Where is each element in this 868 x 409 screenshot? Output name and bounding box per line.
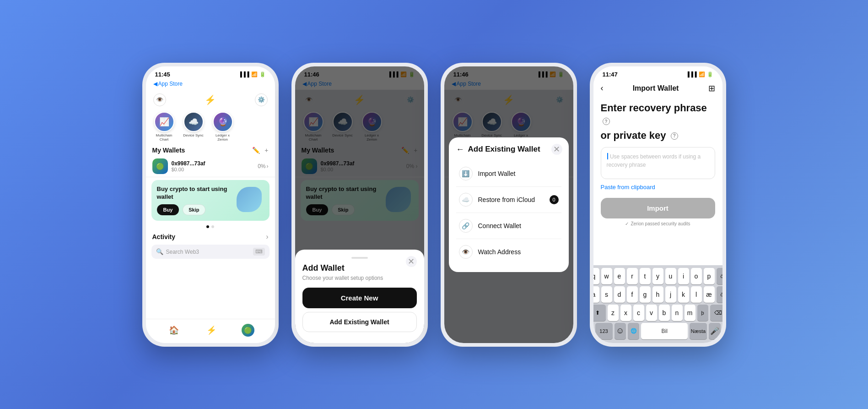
ledger-label: Ledger x Zerion	[210, 133, 236, 142]
watch-address-option[interactable]: 👁️ Watch Address	[456, 239, 561, 265]
key-space[interactable]: Bil	[641, 323, 688, 339]
key-shift[interactable]: ⬆	[593, 305, 606, 321]
existing-close-button[interactable]: ✕	[551, 144, 562, 155]
key-ae[interactable]: æ	[704, 286, 715, 303]
phones-container: 11:45 ▐▐▐ 📶 🔋 ◀ App Store 👁️ ⚡ ⚙️	[142, 63, 726, 347]
wallet-icon-device-1[interactable]: ☁️ Device Sync	[181, 112, 206, 142]
watch-address-icon: 👁️	[459, 245, 473, 259]
key-globe[interactable]: 🌐	[628, 323, 639, 339]
key-t[interactable]: t	[640, 268, 651, 284]
key-microphone[interactable]: 🎤	[709, 323, 720, 339]
key-h[interactable]: h	[652, 286, 663, 303]
key-k[interactable]: k	[678, 286, 689, 303]
key-thorn[interactable]: þ	[697, 305, 708, 321]
security-note: ✓ Zerion passed security audits	[601, 221, 715, 226]
key-backspace[interactable]: ⌫	[710, 305, 722, 321]
modal-title-2: Add Wallet	[302, 263, 417, 273]
paste-from-clipboard-button[interactable]: Paste from clipboard	[601, 184, 715, 191]
wallet-address-1: 0x9987...73af	[172, 160, 258, 167]
phone-4: 11:47 ▐▐▐ 📶 🔋 ‹ Import Wallet ⊞ Enter re…	[590, 63, 726, 347]
signal-icon-1: ▐▐▐	[238, 71, 249, 77]
phone-header-1: 👁️ ⚡ ⚙️	[146, 90, 275, 110]
import-back-button[interactable]: ‹	[601, 83, 604, 93]
device-sync-label: Device Sync	[183, 133, 203, 138]
activity-more-1[interactable]: ›	[266, 233, 268, 241]
key-u[interactable]: u	[665, 268, 676, 284]
nav-avatar-1[interactable]: 🟢	[242, 324, 254, 337]
key-s[interactable]: s	[601, 286, 612, 303]
nav-home-1[interactable]: 🏠	[167, 323, 181, 338]
existing-back-button[interactable]: ←	[456, 145, 464, 154]
key-q[interactable]: q	[593, 268, 599, 284]
key-e[interactable]: e	[614, 268, 625, 284]
settings-icon-1[interactable]: ⚙️	[255, 93, 268, 106]
wallet-icon-ledger-1[interactable]: 🔮 Ledger x Zerion	[210, 112, 236, 142]
add-existing-button[interactable]: Add Existing Wallet	[302, 312, 417, 332]
banner-text-1: Buy crypto to start using wallet Buy Ski…	[157, 185, 237, 216]
key-c[interactable]: c	[633, 305, 644, 321]
wifi-icon-4: 📶	[699, 71, 705, 77]
connect-wallet-icon: 🔗	[459, 219, 473, 233]
key-d[interactable]: d	[614, 286, 625, 303]
modal-handle-2	[351, 257, 368, 259]
eye-icon-1[interactable]: 👁️	[153, 93, 166, 106]
app-store-label-1: App Store	[158, 81, 183, 87]
create-new-button[interactable]: Create New	[302, 288, 417, 308]
import-button[interactable]: Import	[601, 198, 715, 218]
phone-1: 11:45 ▐▐▐ 📶 🔋 ◀ App Store 👁️ ⚡ ⚙️	[142, 63, 279, 347]
key-o[interactable]: o	[691, 268, 702, 284]
key-o-umlaut-1[interactable]: ö	[717, 268, 722, 284]
multichain-icon: 📈	[154, 112, 174, 132]
status-icons-4: ▐▐▐ 📶 🔋	[686, 71, 713, 77]
modal-close-2[interactable]: ✕	[406, 256, 417, 267]
device-sync-icon: ☁️	[183, 112, 204, 132]
key-o-umlaut-2[interactable]: ö	[717, 286, 722, 303]
search-icon-1: 🔍	[156, 248, 163, 255]
wallet-icon-multichain-1[interactable]: 📈 Multichain Chart	[151, 112, 177, 142]
key-f[interactable]: f	[627, 286, 638, 303]
key-v[interactable]: v	[646, 305, 657, 321]
icloud-badge: 0	[550, 195, 559, 204]
key-a[interactable]: a	[593, 286, 599, 303]
key-z[interactable]: z	[608, 305, 619, 321]
connect-wallet-option[interactable]: 🔗 Connect Wallet	[456, 213, 561, 239]
import-textarea[interactable]: Use spaces between words if using a reco…	[601, 147, 715, 179]
search-bar-1[interactable]: 🔍 Search Web3 ⌨	[151, 245, 270, 259]
key-i[interactable]: i	[678, 268, 689, 284]
wallet-icons-row-1: 📈 Multichain Chart ☁️ Device Sync 🔮 Ledg…	[146, 110, 275, 144]
key-y[interactable]: y	[652, 268, 663, 284]
time-4: 11:47	[603, 71, 618, 78]
key-m[interactable]: m	[685, 305, 695, 321]
back-arrow-1[interactable]: ◀	[153, 81, 157, 87]
key-123[interactable]: 123	[595, 323, 613, 339]
key-r[interactable]: r	[627, 268, 638, 284]
skip-button-1[interactable]: Skip	[183, 204, 205, 215]
status-icons-1: ▐▐▐ 📶 🔋	[238, 71, 265, 77]
import-wallet-option[interactable]: ⬇️ Import Wallet	[456, 161, 561, 187]
nav-activity-1[interactable]: ⚡	[204, 323, 219, 338]
key-l[interactable]: l	[691, 286, 702, 303]
key-emoji[interactable]: ☺	[615, 323, 626, 339]
edit-icon-1[interactable]: ✏️	[252, 147, 260, 154]
keyboard[interactable]: q w e r t y u i o p ö a s d f g	[593, 265, 722, 343]
restore-icloud-option[interactable]: ☁️ Restore from iCloud 0	[456, 187, 561, 213]
key-b[interactable]: b	[659, 305, 670, 321]
buy-button-1[interactable]: Buy	[157, 204, 179, 215]
key-g[interactable]: g	[640, 286, 651, 303]
existing-wallet-modal: ← Add Existing Wallet ✕ ⬇️ Import Wallet…	[449, 137, 569, 272]
multichain-label: Multichain Chart	[151, 133, 177, 142]
modal-subtitle-2: Choose your wallet setup options	[302, 275, 417, 281]
wallet-row-1[interactable]: 🟢 0x9987...73af $0.00 0% ›	[146, 156, 275, 177]
banner-btns-1: Buy Skip	[157, 204, 237, 215]
help-icon-1[interactable]: ?	[603, 118, 610, 125]
key-w[interactable]: w	[601, 268, 612, 284]
key-j[interactable]: j	[665, 286, 676, 303]
import-expand-icon[interactable]: ⊞	[708, 83, 715, 93]
key-x[interactable]: x	[620, 305, 631, 321]
key-n[interactable]: n	[672, 305, 683, 321]
text-cursor	[607, 153, 608, 159]
add-icon-1[interactable]: +	[264, 147, 268, 154]
key-next[interactable]: Næsta	[690, 323, 707, 339]
help-icon-2[interactable]: ?	[671, 132, 678, 140]
key-p[interactable]: p	[704, 268, 715, 284]
